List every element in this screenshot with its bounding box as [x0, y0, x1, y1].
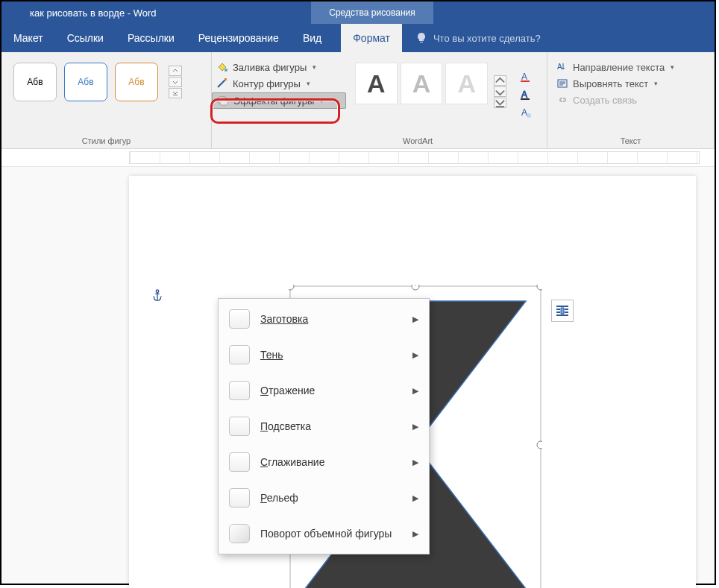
group-label-shape-styles: Стили фигур: [6, 136, 207, 147]
svg-point-27: [537, 441, 542, 449]
horizontal-ruler[interactable]: [129, 151, 700, 164]
create-link-button[interactable]: Создать связь: [552, 92, 709, 107]
rotation-3d-icon: [229, 524, 250, 543]
wordart-gallery-expand[interactable]: [494, 75, 506, 108]
submenu-arrow-icon: ▶: [412, 314, 418, 324]
svg-text:A: A: [521, 72, 527, 82]
tab-references[interactable]: Ссылки: [55, 24, 116, 52]
tab-format[interactable]: Формат: [341, 24, 402, 52]
tell-me-search[interactable]: Что вы хотите сделать?: [402, 24, 541, 52]
bevel-icon: [229, 488, 250, 508]
ruler-area: [1, 149, 715, 167]
submenu-arrow-icon: ▶: [412, 493, 418, 503]
wordart-style-2[interactable]: А: [401, 63, 443, 104]
effects-reflection[interactable]: Отражение ▶: [219, 376, 429, 405]
svg-point-17: [156, 290, 159, 293]
effects-bevel[interactable]: Рельеф ▶: [219, 484, 429, 512]
effects-shadow[interactable]: Тень ▶: [219, 341, 429, 369]
tab-layout[interactable]: Макет: [1, 24, 55, 52]
preset-icon: [229, 309, 250, 329]
svg-rect-38: [565, 312, 568, 313]
tell-me-placeholder: Что вы хотите сделать?: [433, 33, 541, 44]
svg-point-23: [289, 285, 294, 290]
reflection-icon: [229, 381, 250, 400]
svg-rect-9: [521, 98, 530, 100]
svg-rect-37: [565, 309, 568, 310]
effects-soft-edges[interactable]: Сглаживание ▶: [219, 448, 429, 476]
ribbon: Абв Абв Абв Стили фигур Заливка фигуры▾: [1, 52, 715, 149]
effects-glow[interactable]: Подсветка ▶: [219, 412, 429, 440]
effects-3d-rotation[interactable]: Поворот объемной фигуры ▶: [219, 519, 429, 548]
svg-point-11: [527, 113, 531, 118]
text-direction-button[interactable]: A Направление текста▾: [552, 60, 709, 75]
submenu-arrow-icon: ▶: [412, 350, 418, 360]
svg-rect-34: [556, 314, 568, 316]
submenu-arrow-icon: ▶: [412, 529, 418, 539]
svg-text:A: A: [557, 63, 562, 71]
title-bar: как рисовать в ворде - Word Средства рис…: [1, 1, 715, 24]
submenu-arrow-icon: ▶: [412, 422, 418, 431]
group-text: A Направление текста▾ Выровнять текст▾ С…: [547, 52, 715, 148]
submenu-arrow-icon: ▶: [412, 458, 418, 467]
svg-point-25: [537, 285, 542, 290]
tab-mailings[interactable]: Рассылки: [116, 24, 186, 52]
shape-style-preview-2[interactable]: Абв: [64, 63, 107, 101]
svg-rect-5: [496, 106, 504, 107]
submenu-arrow-icon: ▶: [412, 386, 418, 396]
contextual-tab-header: Средства рисования: [311, 1, 433, 24]
svg-rect-35: [556, 309, 560, 310]
shape-effects-menu: Заготовка ▶ Тень ▶ Отражение ▶ Подсветка…: [218, 298, 430, 554]
svg-rect-4: [220, 98, 227, 105]
svg-point-1: [225, 69, 227, 72]
group-shape-fill-outline: Заливка фигуры▾ Контур фигуры▾ Эффекты ф…: [212, 52, 346, 148]
window-title: как рисовать в ворде - Word: [1, 7, 311, 19]
tab-view[interactable]: Вид: [291, 24, 333, 52]
svg-text:A: A: [521, 107, 527, 118]
svg-rect-33: [556, 306, 568, 307]
text-outline-small-button[interactable]: A: [517, 86, 535, 103]
svg-rect-7: [521, 80, 530, 82]
svg-rect-0: [173, 95, 178, 95]
group-wordart: А А А A A A WordArt: [346, 52, 547, 148]
align-text-button[interactable]: Выровнять текст▾: [552, 76, 709, 91]
document-area[interactable]: Заготовка ▶ Тень ▶ Отражение ▶ Подсветка…: [1, 167, 715, 584]
shape-style-preview-3[interactable]: Абв: [115, 63, 158, 101]
group-shape-styles: Абв Абв Абв Стили фигур: [1, 52, 212, 148]
tab-review[interactable]: Рецензирование: [186, 24, 291, 52]
text-effects-small-button[interactable]: A: [517, 104, 535, 121]
text-fill-small-button[interactable]: A: [517, 69, 535, 85]
shape-fill-button[interactable]: Заливка фигуры▾: [212, 60, 346, 75]
group-label-wordart: WordArt: [351, 136, 542, 147]
ribbon-tabs: Макет Ссылки Рассылки Рецензирование Вид…: [1, 24, 715, 52]
contextual-tab-label: Средства рисования: [329, 7, 415, 18]
svg-rect-36: [556, 312, 560, 313]
wordart-style-3[interactable]: А: [445, 63, 488, 104]
group-label-text: Текст: [552, 136, 709, 147]
shape-style-preview-1[interactable]: Абв: [13, 63, 57, 101]
anchor-icon[interactable]: [151, 289, 164, 306]
wordart-style-1[interactable]: А: [355, 63, 398, 104]
svg-text:A: A: [521, 89, 527, 100]
shape-effects-button[interactable]: Эффекты фигуры▾: [212, 92, 346, 109]
shadow-icon: [229, 345, 250, 364]
shape-styles-gallery-expand[interactable]: [169, 66, 182, 98]
soft-edges-icon: [229, 452, 250, 472]
effects-preset[interactable]: Заготовка ▶: [219, 305, 429, 333]
svg-rect-2: [225, 78, 227, 80]
layout-options-button[interactable]: [551, 300, 574, 322]
lightbulb-icon: [415, 32, 427, 44]
shape-outline-button[interactable]: Контур фигуры▾: [212, 76, 346, 91]
glow-icon: [229, 417, 250, 436]
